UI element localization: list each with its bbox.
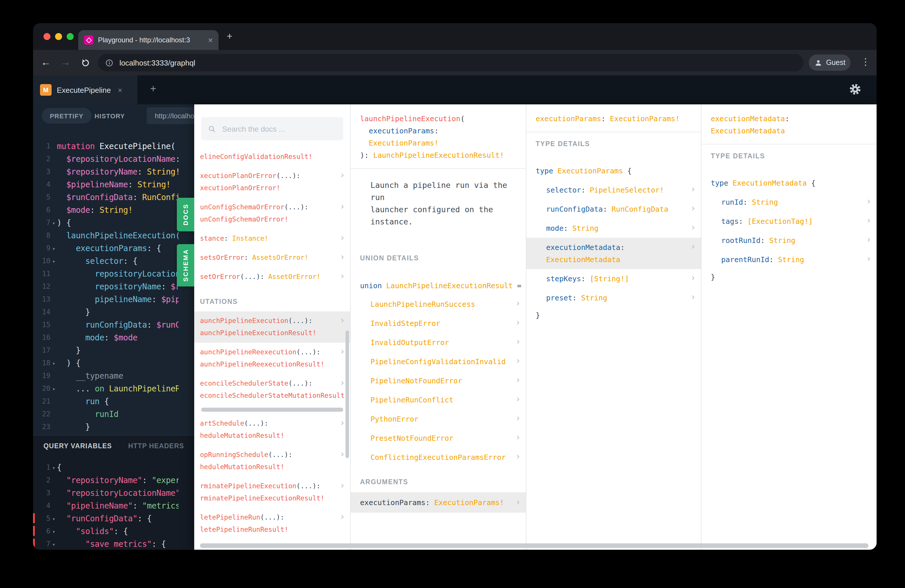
doc-list-item[interactable]: elineConfigValidationResult! <box>194 147 350 167</box>
code-line[interactable]: 3 "repositoryLocationName": <box>33 486 179 499</box>
union-member-row[interactable]: PipelineRunConflict› <box>351 390 526 409</box>
tab-close-icon[interactable]: × <box>208 35 213 44</box>
type-field-row[interactable]: preset: String› <box>526 288 701 307</box>
session-tab-close-icon[interactable]: × <box>118 86 122 94</box>
union-member-row[interactable]: PipelineNotFoundError› <box>351 371 526 390</box>
doc-list-item[interactable]: aunchPipelineReexecution(...):aunchPipel… <box>194 343 350 374</box>
code-line[interactable]: 1▾{ <box>33 461 179 474</box>
new-tab-button[interactable]: + <box>227 31 232 42</box>
code-line[interactable]: 6▾ "solids": { <box>33 525 179 537</box>
docs-mini-scrollbar[interactable] <box>201 408 343 412</box>
code-line[interactable]: 4 "pipelineName": "metrics <box>33 499 179 512</box>
code-line[interactable]: 7▾) { <box>33 216 179 229</box>
code-line[interactable]: 20▾ ... on LaunchPipelineRunSuccess { <box>33 382 179 395</box>
back-button[interactable]: ← <box>39 56 53 70</box>
doc-list-item[interactable]: artSchedule(...):heduleMutationResult!› <box>194 414 350 445</box>
union-member-row[interactable]: PresetNotFoundError› <box>351 429 526 448</box>
union-member-row[interactable]: InvalidOutputError› <box>351 333 526 352</box>
fold-arrow-icon[interactable]: ▾ <box>52 513 55 525</box>
settings-button[interactable] <box>849 83 862 98</box>
code-line[interactable]: 1mutation ExecutePipeline( <box>33 140 179 153</box>
code-line[interactable]: 2 $repositoryLocationName: String! <box>33 153 179 165</box>
prettify-button[interactable]: PRETTIFY <box>42 108 92 124</box>
type-field-row[interactable]: executionMetadata:ExecutionMetadata› <box>526 238 701 269</box>
doc-list-item[interactable]: aunchPipelineExecution(...):aunchPipelin… <box>194 311 350 343</box>
fold-arrow-icon[interactable]: ▾ <box>52 242 55 255</box>
docs-vertical-scrollbar[interactable] <box>346 331 349 458</box>
page-info-icon[interactable] <box>105 58 114 67</box>
doc-list-item[interactable]: letePipelineRun(...):letePipelineRunResu… <box>194 508 350 539</box>
doc-list-item[interactable]: stance: Instance!› <box>194 229 350 248</box>
doc-list-item[interactable]: setsOrError: AssetsOrError!› <box>194 248 350 267</box>
fold-arrow-icon[interactable]: ▾ <box>52 538 55 550</box>
profile-button[interactable]: Guest <box>809 54 851 71</box>
type-field-row[interactable]: runId: String› <box>702 192 876 211</box>
graphql-query-editor[interactable]: 1mutation ExecutePipeline(2 $repositoryL… <box>33 140 179 433</box>
new-session-tab-button[interactable]: + <box>150 83 156 95</box>
url-bar[interactable]: localhost:3333/graphql <box>98 54 803 72</box>
forward-button[interactable]: → <box>59 56 73 70</box>
union-member-row[interactable]: ConflictingExecutionParamsError› <box>351 448 526 467</box>
fold-arrow-icon[interactable]: ▾ <box>52 525 55 538</box>
doc-list-item[interactable]: rminatePipelineExecution(...):rminatePip… <box>194 477 350 508</box>
union-member-row[interactable]: InvalidStepError› <box>351 314 526 333</box>
browser-menu-button[interactable]: ⋮ <box>861 56 870 67</box>
fold-arrow-icon[interactable]: ▾ <box>52 217 55 230</box>
fold-arrow-icon[interactable]: ▾ <box>52 383 55 396</box>
code-line[interactable]: 7▾ "save metrics": { <box>33 537 179 550</box>
doc-list-item[interactable]: econcileSchedulerState(...):econcileSche… <box>194 374 350 405</box>
union-member-row[interactable]: PythonError› <box>351 409 526 429</box>
code-line[interactable]: 8 launchPipelineExecution( <box>33 229 179 242</box>
code-line[interactable]: 18▾ ) { <box>33 357 179 369</box>
union-member-row[interactable]: LaunchPipelineRunSuccess› <box>351 295 526 314</box>
union-member-row[interactable]: PipelineConfigValidationInvalid› <box>351 352 526 371</box>
docs-side-tab[interactable]: DOCS <box>177 198 194 231</box>
code-line[interactable]: 10▾ selector: { <box>33 254 179 267</box>
reload-button[interactable] <box>78 56 92 70</box>
code-line[interactable]: 6 $mode: String! <box>33 203 179 216</box>
code-line[interactable]: 5▾ "runConfigData": { <box>33 512 179 525</box>
session-tab[interactable]: M ExecutePipeline × <box>33 75 137 104</box>
code-line[interactable]: 2 "repositoryName": "exper <box>33 474 179 486</box>
code-line[interactable]: 15 runConfigData: $runConfigData <box>33 318 179 331</box>
endpoint-input[interactable]: http://localhost:3333/graphql <box>147 107 194 124</box>
type-field-row[interactable]: rootRunId: String› <box>702 231 876 250</box>
code-line[interactable]: 3 $repositoryName: String! <box>33 165 179 178</box>
code-line[interactable]: 13 pipelineName: $pipelineName <box>33 293 179 305</box>
tab-query-variables[interactable]: QUERY VARIABLES <box>43 442 112 450</box>
doc-list-item[interactable]: opRunningSchedule(...):heduleMutationRes… <box>194 445 350 477</box>
code-line[interactable]: 12 repositoryName: $repositoryName <box>33 280 179 293</box>
code-line[interactable]: 5 $runConfigData: RunConfigData <box>33 191 179 203</box>
code-line[interactable]: 11 repositoryLocationName: $repositoryLo… <box>33 267 179 280</box>
code-line[interactable]: 19 __typename <box>33 369 179 382</box>
docs-horizontal-scrollbar[interactable] <box>200 544 868 548</box>
type-field-row[interactable]: stepKeys: [String!]› <box>526 269 701 288</box>
code-line[interactable]: 21 run { <box>33 395 179 408</box>
tab-http-headers[interactable]: HTTP HEADERS <box>128 442 184 450</box>
docs-search-box[interactable] <box>201 117 343 140</box>
code-line[interactable]: 4 $pipelineName: String! <box>33 178 179 191</box>
type-field-row[interactable]: selector: PipelineSelector!› <box>526 180 701 199</box>
code-line[interactable]: 23 } <box>33 420 179 433</box>
history-button[interactable]: HISTORY <box>95 108 125 124</box>
browser-tab[interactable]: Playground - http://localhost:3 × <box>78 30 219 50</box>
fold-arrow-icon[interactable]: ▾ <box>52 357 55 370</box>
code-line[interactable]: 16 mode: $mode <box>33 331 179 344</box>
code-line[interactable]: 14 } <box>33 305 179 318</box>
fold-arrow-icon[interactable]: ▾ <box>52 255 55 268</box>
type-field-row[interactable]: mode: String› <box>526 219 701 238</box>
doc-list-item[interactable]: setOrError(...): AssetOrError!› <box>194 267 350 286</box>
fold-arrow-icon[interactable]: ▾ <box>52 462 55 474</box>
code-line[interactable]: 22 runId <box>33 408 179 420</box>
argument-row[interactable]: executionParams: ExecutionParams!› <box>351 492 526 513</box>
type-field-row[interactable]: parentRunId: String› <box>702 250 876 269</box>
window-close-button[interactable] <box>43 33 51 40</box>
window-minimize-button[interactable] <box>55 33 62 40</box>
doc-list-item[interactable]: xecutionPlanOrError(...):xecutionPlanOrE… <box>194 167 350 198</box>
doc-list-item[interactable]: unConfigSchemaOrError(...):unConfigSchem… <box>194 198 350 229</box>
window-zoom-button[interactable] <box>67 33 74 40</box>
type-field-row[interactable]: runConfigData: RunConfigData› <box>526 199 701 219</box>
code-line[interactable]: 17 } <box>33 344 179 357</box>
schema-side-tab[interactable]: SCHEMA <box>177 244 194 286</box>
type-field-row[interactable]: tags: [ExecutionTag!]› <box>702 211 876 231</box>
